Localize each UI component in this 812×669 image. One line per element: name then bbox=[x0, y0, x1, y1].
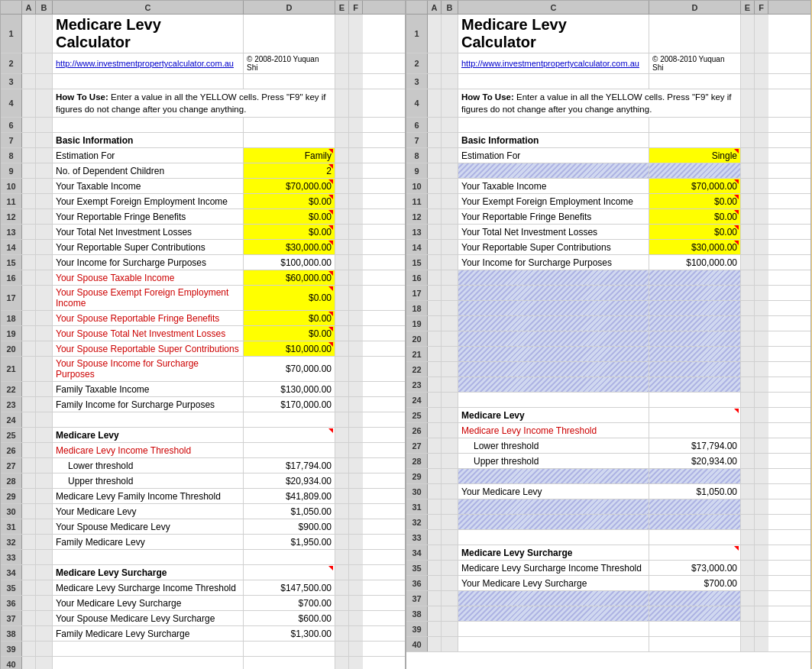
row-20: 20 Your Spouse Reportable Super Contribu… bbox=[1, 341, 405, 357]
row-21: 21 Your Spouse Income for Surcharge Purp… bbox=[1, 357, 405, 382]
family-url[interactable]: http://www.investmentpropertycalculator.… bbox=[56, 59, 234, 68]
s-taxable-income-label: Your Taxable Income bbox=[461, 181, 546, 192]
s-lower-threshold-value: $17,794.00 bbox=[649, 438, 741, 453]
s-income-surcharge-value: $100,000.00 bbox=[649, 255, 741, 270]
s-fringe-benefits-value[interactable]: $0.00 bbox=[649, 209, 741, 224]
row-29: 29 Medicare Levy Family Income Threshold… bbox=[1, 489, 405, 504]
spouse-super-value[interactable]: $10,000.00 bbox=[244, 341, 335, 356]
family-taxable-value: $130,000.00 bbox=[244, 382, 335, 396]
s-row-32: 32 bbox=[406, 515, 810, 530]
exempt-foreign-value[interactable]: $0.00 bbox=[244, 194, 335, 208]
single-copyright: © 2008-2010 Yuquan Shi bbox=[652, 55, 737, 72]
medicare-surcharge-section-label: Medicare Levy Surcharge bbox=[56, 567, 167, 578]
s-net-investment-value[interactable]: $0.00 bbox=[649, 225, 741, 239]
estimation-for-value[interactable]: Family bbox=[244, 148, 335, 163]
s-super-contributions-value[interactable]: $30,000.00 bbox=[649, 240, 741, 254]
taxable-income-value[interactable]: $70,000.00 bbox=[244, 179, 335, 193]
dep-children-label: No. of Dependent Children bbox=[56, 166, 164, 176]
s-row-40: 40 bbox=[406, 637, 810, 652]
s-taxable-income-value[interactable]: $70,000.00 bbox=[649, 179, 741, 193]
s-surcharge-income-threshold-value: $73,000.00 bbox=[649, 561, 741, 575]
s-medicare-surcharge-section-label: Medicare Levy Surcharge bbox=[461, 548, 572, 558]
s-row-4: 4 How To Use: Enter a value in all the Y… bbox=[406, 89, 810, 118]
family-surcharge-label: Family Income for Surcharge Purposes bbox=[56, 399, 215, 410]
family-surcharge2-label: Family Medicare Levy Surcharge bbox=[56, 629, 189, 639]
s-row-26: 26 Medicare Levy Income Threshold bbox=[406, 423, 810, 438]
s-row-11: 11 Your Exempt Foreign Employment Income… bbox=[406, 194, 810, 209]
row-13: 13 Your Total Net Investment Losses $0.0… bbox=[1, 225, 405, 240]
net-investment-value[interactable]: $0.00 bbox=[244, 225, 335, 239]
row-11: 11 Your Exempt Foreign Employment Income… bbox=[1, 194, 405, 209]
row-37: 37 Your Spouse Medicare Levy Surcharge $… bbox=[1, 611, 405, 626]
row-25: 25 Medicare Levy bbox=[1, 428, 405, 443]
your-surcharge-value: $700.00 bbox=[244, 596, 335, 610]
spouse-exempt-value[interactable]: $0.00 bbox=[244, 286, 335, 310]
spouse-fringe-value[interactable]: $0.00 bbox=[244, 311, 335, 325]
medicare-levy-section-label: Medicare Levy bbox=[56, 430, 119, 441]
s-row-18: 18 bbox=[406, 301, 810, 316]
basic-info-label: Basic Information bbox=[56, 135, 133, 146]
s-your-medicare-levy-label: Your Medicare Levy bbox=[461, 486, 542, 497]
row-18: 18 Your Spouse Reportable Fringe Benefit… bbox=[1, 311, 405, 326]
s-row-17: 17 bbox=[406, 286, 810, 301]
income-surcharge-label: Your Income for Surcharge Purposes bbox=[56, 257, 206, 268]
row-30: 30 Your Medicare Levy $1,050.00 bbox=[1, 504, 405, 519]
row-15: 15 Your Income for Surcharge Purposes $1… bbox=[1, 255, 405, 270]
s-row-3: 3 bbox=[406, 74, 810, 89]
single-col-header-row: A B C D E F bbox=[406, 1, 810, 15]
family-howto: How To Use: Enter a value in all the YEL… bbox=[56, 91, 332, 115]
row-4: 4 How To Use: Enter a value in all the Y… bbox=[1, 89, 405, 118]
row-28: 28 Upper threshold $20,934.00 bbox=[1, 473, 405, 489]
spouse-super-label: Your Spouse Reportable Super Contributio… bbox=[56, 344, 239, 354]
col-header-e: E bbox=[335, 1, 349, 14]
s-row-34: 34 Medicare Levy Surcharge bbox=[406, 545, 810, 561]
dep-children-value[interactable]: 2 bbox=[244, 163, 335, 178]
spouse-surcharge2-value: $600.00 bbox=[244, 611, 335, 625]
row-26: 26 Medicare Levy Income Threshold bbox=[1, 443, 405, 458]
spouse-surcharge-label: Your Spouse Income for Surcharge Purpose… bbox=[56, 358, 240, 380]
s-row-22: 22 bbox=[406, 362, 810, 377]
s-row-36: 36 Your Medicare Levy Surcharge $700.00 bbox=[406, 576, 810, 591]
s-row-29: 29 bbox=[406, 469, 810, 484]
s-medicare-levy-section-label: Medicare Levy bbox=[461, 410, 525, 421]
s-row-19: 19 bbox=[406, 316, 810, 331]
row-19: 19 Your Spouse Total Net Investment Loss… bbox=[1, 326, 405, 341]
surcharge-income-threshold-label: Medicare Levy Surcharge Income Threshold bbox=[56, 583, 236, 593]
row-22: 22 Family Taxable Income $130,000.00 bbox=[1, 382, 405, 397]
row-40: 40 bbox=[1, 657, 405, 669]
s-row-7: 7 Basic Information bbox=[406, 133, 810, 148]
spouse-fringe-label: Your Spouse Reportable Fringe Benefits bbox=[56, 313, 219, 324]
row-34: 34 Medicare Levy Surcharge bbox=[1, 565, 405, 580]
single-spreadsheet: A B C D E F 1 Medicare Levy Calculator 2… bbox=[406, 0, 811, 669]
row-36: 36 Your Medicare Levy Surcharge $700.00 bbox=[1, 596, 405, 611]
s-super-contributions-label: Your Reportable Super Contributions bbox=[461, 242, 611, 253]
s-row-39: 39 bbox=[406, 622, 810, 637]
s-row-25: 25 Medicare Levy bbox=[406, 408, 810, 423]
s-estimation-for-label: Estimation For bbox=[461, 150, 520, 161]
spouse-net-inv-value[interactable]: $0.00 bbox=[244, 326, 335, 341]
s-row-37: 37 bbox=[406, 591, 810, 606]
row-24: 24 bbox=[1, 412, 405, 428]
s-surcharge-income-threshold-label: Medicare Levy Surcharge Income Threshold bbox=[461, 563, 642, 574]
spouse-taxable-value[interactable]: $60,000.00 bbox=[244, 270, 335, 285]
col-header-b: B bbox=[36, 1, 53, 14]
spouse-net-inv-label: Your Spouse Total Net Investment Losses bbox=[56, 328, 225, 339]
fringe-benefits-value[interactable]: $0.00 bbox=[244, 209, 335, 224]
s-estimation-for-value[interactable]: Single bbox=[649, 148, 741, 163]
single-url[interactable]: http://www.investmentpropertycalculator.… bbox=[461, 59, 639, 68]
s-row-21: 21 bbox=[406, 347, 810, 362]
super-contributions-label: Your Reportable Super Contributions bbox=[56, 242, 205, 253]
row-16: 16 Your Spouse Taxable Income $60,000.00 bbox=[1, 270, 405, 286]
s-row-31: 31 bbox=[406, 499, 810, 515]
fringe-benefits-label: Your Reportable Fringe Benefits bbox=[56, 212, 186, 222]
s-row-15: 15 Your Income for Surcharge Purposes $1… bbox=[406, 255, 810, 270]
your-medicare-levy-label: Your Medicare Levy bbox=[56, 506, 137, 517]
family-income-threshold-value: $41,809.00 bbox=[244, 489, 335, 503]
row-6: 6 bbox=[1, 118, 405, 133]
super-contributions-value[interactable]: $30,000.00 bbox=[244, 240, 335, 254]
s-exempt-foreign-value[interactable]: $0.00 bbox=[649, 194, 741, 208]
spouse-surcharge2-label: Your Spouse Medicare Levy Surcharge bbox=[56, 613, 215, 624]
s-exempt-foreign-label: Your Exempt Foreign Employment Income bbox=[461, 196, 633, 207]
row-33: 33 bbox=[1, 550, 405, 565]
row-12: 12 Your Reportable Fringe Benefits $0.00 bbox=[1, 209, 405, 225]
